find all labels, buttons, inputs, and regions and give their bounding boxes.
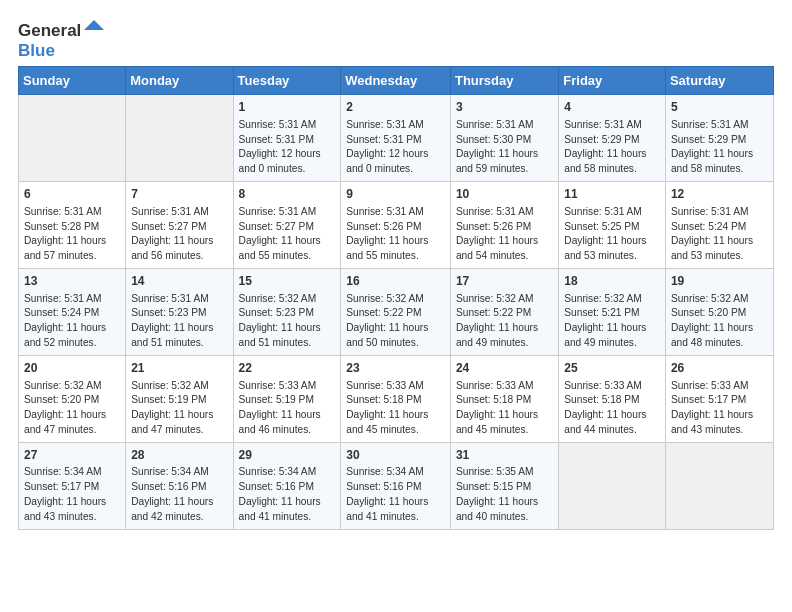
day-number: 29 [239,447,336,464]
cell-info: Sunrise: 5:32 AMSunset: 5:21 PMDaylight:… [564,292,660,351]
week-row-5: 27Sunrise: 5:34 AMSunset: 5:17 PMDayligh… [19,442,774,529]
calendar-cell: 1Sunrise: 5:31 AMSunset: 5:31 PMDaylight… [233,95,341,182]
weekday-header-saturday: Saturday [665,67,773,95]
day-number: 23 [346,360,445,377]
day-number: 2 [346,99,445,116]
weekday-header-monday: Monday [126,67,233,95]
day-number: 31 [456,447,553,464]
cell-info: Sunrise: 5:34 AMSunset: 5:16 PMDaylight:… [346,465,445,524]
day-number: 11 [564,186,660,203]
calendar-cell: 16Sunrise: 5:32 AMSunset: 5:22 PMDayligh… [341,268,451,355]
calendar: SundayMondayTuesdayWednesdayThursdayFrid… [18,66,774,530]
calendar-cell: 12Sunrise: 5:31 AMSunset: 5:24 PMDayligh… [665,181,773,268]
calendar-cell: 5Sunrise: 5:31 AMSunset: 5:29 PMDaylight… [665,95,773,182]
cell-info: Sunrise: 5:31 AMSunset: 5:27 PMDaylight:… [239,205,336,264]
calendar-cell [19,95,126,182]
cell-info: Sunrise: 5:32 AMSunset: 5:22 PMDaylight:… [346,292,445,351]
calendar-cell: 8Sunrise: 5:31 AMSunset: 5:27 PMDaylight… [233,181,341,268]
weekday-header-tuesday: Tuesday [233,67,341,95]
cell-info: Sunrise: 5:31 AMSunset: 5:29 PMDaylight:… [564,118,660,177]
day-number: 9 [346,186,445,203]
calendar-cell: 13Sunrise: 5:31 AMSunset: 5:24 PMDayligh… [19,268,126,355]
cell-info: Sunrise: 5:31 AMSunset: 5:28 PMDaylight:… [24,205,120,264]
calendar-cell: 10Sunrise: 5:31 AMSunset: 5:26 PMDayligh… [450,181,558,268]
day-number: 17 [456,273,553,290]
weekday-header-sunday: Sunday [19,67,126,95]
cell-info: Sunrise: 5:33 AMSunset: 5:18 PMDaylight:… [564,379,660,438]
calendar-cell: 4Sunrise: 5:31 AMSunset: 5:29 PMDaylight… [559,95,666,182]
calendar-cell [126,95,233,182]
calendar-cell: 3Sunrise: 5:31 AMSunset: 5:30 PMDaylight… [450,95,558,182]
calendar-cell: 20Sunrise: 5:32 AMSunset: 5:20 PMDayligh… [19,355,126,442]
cell-info: Sunrise: 5:32 AMSunset: 5:20 PMDaylight:… [24,379,120,438]
week-row-4: 20Sunrise: 5:32 AMSunset: 5:20 PMDayligh… [19,355,774,442]
day-number: 6 [24,186,120,203]
day-number: 25 [564,360,660,377]
calendar-cell: 9Sunrise: 5:31 AMSunset: 5:26 PMDaylight… [341,181,451,268]
cell-info: Sunrise: 5:31 AMSunset: 5:24 PMDaylight:… [671,205,768,264]
logo-svg: General Blue [18,18,108,60]
day-number: 12 [671,186,768,203]
calendar-cell: 14Sunrise: 5:31 AMSunset: 5:23 PMDayligh… [126,268,233,355]
cell-info: Sunrise: 5:31 AMSunset: 5:30 PMDaylight:… [456,118,553,177]
day-number: 15 [239,273,336,290]
calendar-cell: 15Sunrise: 5:32 AMSunset: 5:23 PMDayligh… [233,268,341,355]
calendar-cell: 30Sunrise: 5:34 AMSunset: 5:16 PMDayligh… [341,442,451,529]
day-number: 7 [131,186,227,203]
cell-info: Sunrise: 5:31 AMSunset: 5:23 PMDaylight:… [131,292,227,351]
cell-info: Sunrise: 5:31 AMSunset: 5:31 PMDaylight:… [346,118,445,177]
calendar-cell: 22Sunrise: 5:33 AMSunset: 5:19 PMDayligh… [233,355,341,442]
cell-info: Sunrise: 5:31 AMSunset: 5:25 PMDaylight:… [564,205,660,264]
day-number: 24 [456,360,553,377]
week-row-1: 1Sunrise: 5:31 AMSunset: 5:31 PMDaylight… [19,95,774,182]
cell-info: Sunrise: 5:31 AMSunset: 5:24 PMDaylight:… [24,292,120,351]
calendar-cell: 17Sunrise: 5:32 AMSunset: 5:22 PMDayligh… [450,268,558,355]
calendar-cell: 21Sunrise: 5:32 AMSunset: 5:19 PMDayligh… [126,355,233,442]
day-number: 1 [239,99,336,116]
cell-info: Sunrise: 5:33 AMSunset: 5:18 PMDaylight:… [456,379,553,438]
svg-text:Blue: Blue [18,41,55,60]
day-number: 14 [131,273,227,290]
cell-info: Sunrise: 5:34 AMSunset: 5:17 PMDaylight:… [24,465,120,524]
day-number: 18 [564,273,660,290]
cell-info: Sunrise: 5:33 AMSunset: 5:19 PMDaylight:… [239,379,336,438]
cell-info: Sunrise: 5:32 AMSunset: 5:23 PMDaylight:… [239,292,336,351]
day-number: 26 [671,360,768,377]
cell-info: Sunrise: 5:31 AMSunset: 5:26 PMDaylight:… [346,205,445,264]
day-number: 30 [346,447,445,464]
day-number: 4 [564,99,660,116]
weekday-header-wednesday: Wednesday [341,67,451,95]
calendar-cell: 26Sunrise: 5:33 AMSunset: 5:17 PMDayligh… [665,355,773,442]
cell-info: Sunrise: 5:35 AMSunset: 5:15 PMDaylight:… [456,465,553,524]
calendar-cell: 2Sunrise: 5:31 AMSunset: 5:31 PMDaylight… [341,95,451,182]
cell-info: Sunrise: 5:31 AMSunset: 5:31 PMDaylight:… [239,118,336,177]
cell-info: Sunrise: 5:32 AMSunset: 5:19 PMDaylight:… [131,379,227,438]
calendar-cell [559,442,666,529]
cell-info: Sunrise: 5:31 AMSunset: 5:29 PMDaylight:… [671,118,768,177]
day-number: 5 [671,99,768,116]
page: General Blue SundayMondayTuesdayWednesda… [0,0,792,612]
week-row-2: 6Sunrise: 5:31 AMSunset: 5:28 PMDaylight… [19,181,774,268]
cell-info: Sunrise: 5:31 AMSunset: 5:26 PMDaylight:… [456,205,553,264]
cell-info: Sunrise: 5:31 AMSunset: 5:27 PMDaylight:… [131,205,227,264]
calendar-cell: 29Sunrise: 5:34 AMSunset: 5:16 PMDayligh… [233,442,341,529]
day-number: 8 [239,186,336,203]
header: General Blue [18,18,774,60]
cell-info: Sunrise: 5:32 AMSunset: 5:22 PMDaylight:… [456,292,553,351]
day-number: 28 [131,447,227,464]
day-number: 3 [456,99,553,116]
week-row-3: 13Sunrise: 5:31 AMSunset: 5:24 PMDayligh… [19,268,774,355]
logo: General Blue [18,18,108,60]
day-number: 20 [24,360,120,377]
day-number: 10 [456,186,553,203]
cell-info: Sunrise: 5:33 AMSunset: 5:18 PMDaylight:… [346,379,445,438]
calendar-cell: 27Sunrise: 5:34 AMSunset: 5:17 PMDayligh… [19,442,126,529]
weekday-header-row: SundayMondayTuesdayWednesdayThursdayFrid… [19,67,774,95]
day-number: 16 [346,273,445,290]
cell-info: Sunrise: 5:34 AMSunset: 5:16 PMDaylight:… [239,465,336,524]
svg-marker-1 [84,20,104,30]
cell-info: Sunrise: 5:34 AMSunset: 5:16 PMDaylight:… [131,465,227,524]
day-number: 19 [671,273,768,290]
calendar-cell: 7Sunrise: 5:31 AMSunset: 5:27 PMDaylight… [126,181,233,268]
cell-info: Sunrise: 5:33 AMSunset: 5:17 PMDaylight:… [671,379,768,438]
